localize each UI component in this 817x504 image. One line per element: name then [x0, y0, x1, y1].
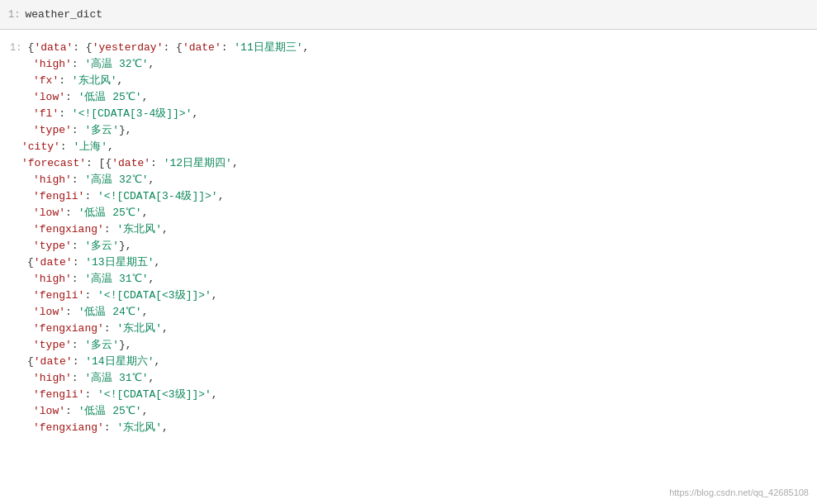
title-bar: 1: weather_dict — [0, 0, 817, 30]
code-content: 1: {'data': {'yesterday': {'date': '11日星… — [0, 36, 817, 440]
line-indicator: 1: — [8, 9, 20, 21]
title-text: weather_dict — [25, 8, 102, 21]
main-container: 1: weather_dict 1: {'data': {'yesterday'… — [0, 0, 817, 504]
watermark: https://blog.csdn.net/qq_42685108 — [669, 487, 809, 497]
code-area: 1: {'data': {'yesterday': {'date': '11日星… — [0, 30, 817, 504]
